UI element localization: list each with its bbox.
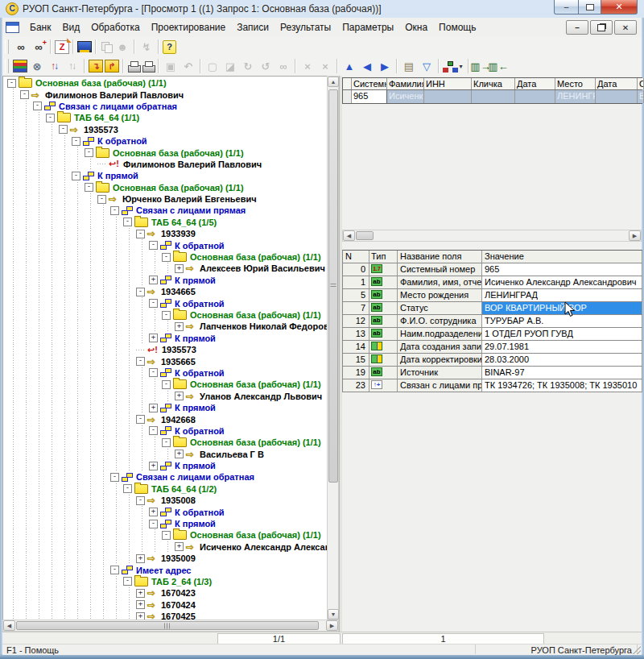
tree-row[interactable]: +К прямой	[3, 333, 328, 344]
column-header[interactable]: Дата	[596, 78, 638, 89]
expand-icon[interactable]: +	[175, 450, 184, 458]
field-value-cell[interactable]: ЛЕНИНГРАД	[482, 289, 642, 301]
record-list-cell[interactable]: Исиченко	[387, 90, 424, 103]
menu-item[interactable]: Вид	[56, 20, 85, 35]
field-name-cell[interactable]: Дата корректировки	[398, 354, 482, 366]
tree-row[interactable]: +⇨1935009	[3, 553, 328, 564]
tree-row[interactable]: -ТАБ 64_64 (1/1)	[3, 112, 328, 123]
tree-row[interactable]: +⇨Уланов Александр Львович	[3, 391, 328, 402]
collapse-icon[interactable]: -	[149, 299, 158, 308]
collapse-icon[interactable]: -	[7, 79, 16, 88]
tree-row[interactable]: -К обратной	[3, 135, 328, 147]
toolbar-grip[interactable]	[5, 39, 9, 54]
view-results-icon[interactable]	[77, 41, 92, 52]
field-number-cell[interactable]: 14	[343, 341, 369, 353]
collapse-icon[interactable]: -	[110, 566, 119, 574]
column-header[interactable]: Системный	[352, 78, 387, 89]
expand-icon[interactable]: +	[136, 589, 145, 598]
print-icon[interactable]	[127, 61, 140, 72]
record-list-cell[interactable]: ЛЕНИНГРА	[555, 90, 596, 103]
collapse-icon[interactable]: -	[149, 241, 158, 250]
tree-row[interactable]: -Основная база (рабочая) (1/1)	[3, 309, 328, 321]
record-list-cell[interactable]	[343, 90, 352, 103]
tree-row[interactable]: -К прямой	[3, 518, 328, 529]
field-table-row[interactable]: 13abНаим.подразделения1 ОТДЕЛ РУОП ГУВД	[343, 328, 642, 341]
nav-right-icon[interactable]: ▶	[377, 59, 393, 74]
collapse-icon[interactable]: -	[123, 484, 132, 493]
field-number-cell[interactable]: 0	[343, 263, 369, 276]
tree-row[interactable]: -К обратной	[3, 425, 328, 437]
field-value-cell[interactable]: Исиченко Александр Александрович	[482, 276, 642, 288]
field-name-cell[interactable]: Связан с лицами прямая	[398, 379, 482, 392]
menu-item[interactable]: Записи	[231, 20, 275, 35]
column-header[interactable]: Место	[555, 78, 596, 89]
collapse-icon[interactable]: -	[162, 380, 171, 389]
field-table-row[interactable]: 1abФамилия, имя, отчествоИсиченко Алекса…	[343, 276, 642, 289]
expand-icon[interactable]: +	[149, 508, 158, 516]
field-number-cell[interactable]: 7	[343, 302, 369, 314]
print-export-icon[interactable]	[142, 61, 155, 72]
tree-row[interactable]: -Основная база (рабочая) (1/1)	[3, 147, 328, 158]
field-table-row[interactable]: 01.7Системный номер965	[343, 263, 642, 276]
tree-vertical-scrollbar[interactable]: ▲ ▼	[327, 76, 339, 620]
field-table-row[interactable]: 14Дата создания записи29.07.1981	[343, 341, 642, 354]
nav-up-icon[interactable]: ▲	[341, 59, 357, 74]
tree-row[interactable]: ↩!Филимонов Валерий Павлович	[3, 159, 328, 170]
collapse-icon[interactable]: -	[136, 230, 145, 238]
collapse-icon[interactable]: -	[110, 473, 119, 482]
collapse-icon[interactable]: -	[149, 368, 158, 377]
tree-row[interactable]: -Основная база (рабочая) (1/1)	[3, 437, 328, 448]
field-value-cell[interactable]: 965	[482, 263, 642, 276]
column-header[interactable]: N	[343, 251, 369, 263]
tree-row[interactable]: -Основная база (рабочая) (1/1)	[3, 77, 328, 89]
tree-row[interactable]: -Основная база (рабочая) (1/1)	[3, 251, 328, 263]
menu-item[interactable]: Результаты	[275, 20, 336, 35]
record-mark-column-header[interactable]	[343, 78, 352, 89]
field-table-row[interactable]: 5abМесто рожденияЛЕНИНГРАД	[343, 289, 642, 302]
tree-row[interactable]: -К обратной	[3, 239, 328, 251]
field-value-cell[interactable]: 1 ОТДЕЛ РУОП ГУВД	[482, 328, 642, 340]
field-type-cell[interactable]: ab	[369, 276, 398, 288]
menu-item[interactable]: Проектирование	[146, 20, 232, 35]
collapse-icon[interactable]: -	[123, 218, 132, 226]
expand-icon[interactable]: +	[175, 542, 184, 551]
collapse-icon[interactable]: -	[85, 148, 93, 157]
field-number-cell[interactable]: 23	[343, 379, 369, 392]
field-name-cell[interactable]: Дата создания записи	[398, 341, 482, 353]
help-icon[interactable]: ?	[163, 40, 176, 54]
field-table-row[interactable]: 7abСтатусВОР КВАРТИРНЫЙ ВОР	[343, 302, 642, 315]
scroll-right-button[interactable]: ▶	[629, 230, 641, 241]
mdi-close-button[interactable]: ✕	[614, 20, 637, 35]
sort-icon[interactable]	[47, 59, 63, 74]
tree-row[interactable]: -К обратной	[3, 297, 328, 309]
record-list-cell[interactable]	[424, 90, 472, 103]
menu-item[interactable]: Помощь	[433, 20, 481, 35]
tree-row[interactable]: -ТАБ 64_64 (1/2)	[3, 483, 328, 495]
column-header[interactable]: Название поля	[398, 251, 482, 263]
field-table-row[interactable]: 12abФ.И.О. сотрудникаТУРУБАР А.В.	[343, 315, 642, 328]
table-expand-icon[interactable]: ▥→	[473, 59, 489, 74]
tree-row[interactable]: -Основная база (рабочая) (1/1)	[3, 379, 328, 390]
mdi-system-icon[interactable]	[6, 22, 19, 33]
mdi-restore-button[interactable]	[590, 20, 613, 35]
collapse-icon[interactable]: -	[149, 520, 158, 528]
tree-row[interactable]: -⇨1934665	[3, 286, 328, 297]
field-value-cell[interactable]: ВОР КВАРТИРНЫЙ ВОР	[482, 302, 642, 314]
tree-row[interactable]: +⇨1670423	[3, 587, 328, 599]
column-header[interactable]: Значение	[482, 251, 642, 263]
field-table-row[interactable]: 15Дата корректировки28.03.2000	[343, 354, 642, 367]
expand-icon[interactable]: +	[149, 462, 158, 470]
record-list-cell[interactable]	[472, 90, 515, 103]
tree-horizontal-scrollbar[interactable]: ◀ ▶	[2, 620, 339, 632]
tree-row[interactable]: +⇨Лапченков Николай Федорович	[3, 321, 328, 332]
field-value-cell[interactable]: ТУРУБАР А.В.	[482, 315, 642, 327]
toolbar-grip[interactable]	[5, 59, 9, 73]
edit-query-icon[interactable]: Z	[55, 40, 69, 54]
column-header[interactable]: Фамилия,	[387, 78, 424, 89]
field-type-cell[interactable]: ab	[369, 328, 398, 340]
field-value-cell[interactable]: 28.03.2000	[482, 354, 642, 366]
column-header[interactable]: Тип	[369, 251, 398, 263]
tree-row[interactable]: -⇨1935008	[3, 495, 328, 506]
tree-row[interactable]: -К обратной	[3, 367, 328, 379]
collapse-icon[interactable]: -	[162, 253, 171, 262]
